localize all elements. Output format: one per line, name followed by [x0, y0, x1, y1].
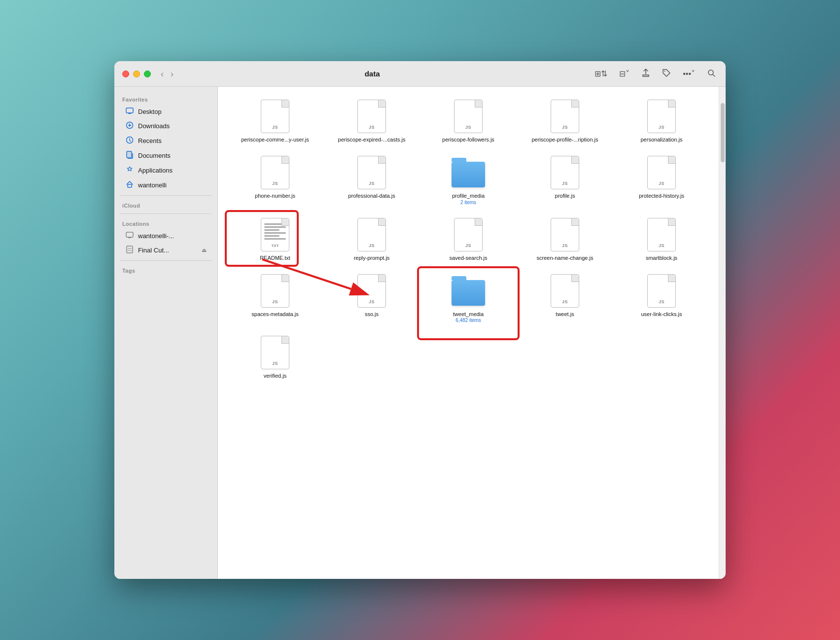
- desktop-icon: [125, 107, 134, 116]
- disk-icon: [125, 246, 134, 255]
- traffic-lights: [122, 71, 151, 77]
- svg-line-2: [713, 74, 715, 76]
- svg-point-0: [665, 71, 665, 71]
- computer-icon: [125, 232, 134, 240]
- list-item[interactable]: JS phone-number.js: [228, 151, 322, 209]
- list-item[interactable]: JS periscope-comme...y-user.js: [228, 95, 322, 147]
- favorites-label: Favorites: [114, 93, 217, 105]
- sidebar-item-wantonelli-loc[interactable]: wantonelli-...: [117, 229, 214, 243]
- main-content: Favorites Desktop Downloads Recents: [114, 87, 726, 579]
- svg-rect-3: [126, 108, 133, 113]
- svg-rect-8: [127, 151, 132, 158]
- list-item[interactable]: JS personalization.js: [614, 95, 709, 147]
- list-item[interactable]: JS verified.js: [228, 331, 322, 383]
- svg-rect-4: [128, 113, 131, 114]
- file-row-5: JS verified.js: [228, 331, 709, 383]
- sidebar-divider-icloud: [120, 195, 211, 196]
- sidebar-item-desktop[interactable]: Desktop: [117, 105, 214, 118]
- maximize-button[interactable]: [144, 71, 151, 77]
- file-row-3: TXT README.txt JS reply-prompt.js JS: [228, 213, 709, 265]
- view-grid-icon[interactable]: ⊞⇅: [593, 67, 609, 80]
- scrollbar[interactable]: [719, 87, 726, 579]
- forward-button[interactable]: ›: [169, 69, 175, 79]
- titlebar: ‹ › data ⊞⇅ ⊟˅ •••˅: [114, 61, 726, 87]
- search-icon[interactable]: [705, 67, 718, 81]
- list-item[interactable]: JS periscope-followers.js: [421, 95, 516, 147]
- documents-icon: [125, 151, 134, 160]
- home-icon: [125, 180, 134, 190]
- finder-window: ‹ › data ⊞⇅ ⊟˅ •••˅: [114, 61, 726, 579]
- toolbar-actions: ⊞⇅ ⊟˅ •••˅: [593, 67, 718, 81]
- list-item[interactable]: JS saved-search.js: [421, 213, 516, 265]
- svg-rect-9: [128, 184, 132, 187]
- minimize-button[interactable]: [133, 71, 140, 77]
- sidebar-divider-tags: [120, 260, 211, 261]
- list-item-tweet-media[interactable]: tweet_media 6,482 items: [421, 269, 516, 327]
- list-item[interactable]: JS protected-history.js: [614, 151, 709, 209]
- file-row-2: JS phone-number.js JS professional-data.…: [228, 151, 709, 209]
- locations-label: Locations: [114, 217, 217, 229]
- recents-icon: [125, 136, 134, 145]
- sidebar-item-recents[interactable]: Recents: [117, 134, 214, 148]
- list-item[interactable]: JS smartblock.js: [614, 213, 709, 265]
- nav-buttons: ‹ ›: [159, 69, 175, 79]
- sidebar-item-documents[interactable]: Documents: [117, 148, 214, 163]
- list-item-readme[interactable]: TXT README.txt: [228, 213, 322, 265]
- file-area-inner: JS periscope-comme...y-user.js JS perisc…: [228, 95, 709, 383]
- svg-rect-12: [127, 246, 133, 253]
- list-item[interactable]: JS professional-data.js: [324, 151, 419, 209]
- sidebar-item-label: Downloads: [138, 122, 170, 130]
- eject-icon[interactable]: ⏏: [202, 247, 207, 253]
- list-item[interactable]: profile_media 2 items: [421, 151, 516, 209]
- sidebar-item-wantonelli[interactable]: wantonelli: [117, 178, 214, 192]
- view-options-icon[interactable]: ⊟˅: [617, 67, 631, 80]
- list-item[interactable]: JS periscope-expired-...casts.js: [324, 95, 419, 147]
- list-item[interactable]: JS tweet.js: [518, 269, 612, 327]
- icloud-label: iCloud: [114, 199, 217, 211]
- sidebar-item-label: wantonelli: [138, 181, 167, 189]
- sidebar-item-applications[interactable]: Applications: [117, 163, 214, 178]
- sidebar-item-label: Documents: [138, 152, 171, 159]
- list-item[interactable]: JS periscope-profile-...ription.js: [518, 95, 612, 147]
- more-icon[interactable]: •••˅: [681, 67, 697, 80]
- back-button[interactable]: ‹: [159, 69, 166, 79]
- tags-label: Tags: [114, 264, 217, 276]
- close-button[interactable]: [122, 71, 129, 77]
- list-item[interactable]: JS screen-name-change.js: [518, 213, 612, 265]
- sidebar-item-label: Final Cut...: [138, 247, 169, 254]
- applications-icon: [125, 166, 134, 175]
- list-item[interactable]: JS user-link-clicks.js: [614, 269, 709, 327]
- sidebar-item-finalcut[interactable]: Final Cut... ⏏: [117, 243, 214, 257]
- sidebar-item-label: Applications: [138, 167, 173, 174]
- svg-rect-10: [126, 232, 133, 237]
- share-icon[interactable]: [639, 67, 652, 81]
- sidebar-item-label: Recents: [138, 137, 162, 144]
- file-area: JS periscope-comme...y-user.js JS perisc…: [218, 87, 719, 579]
- sidebar-item-downloads[interactable]: Downloads: [117, 119, 214, 133]
- window-title: data: [181, 70, 563, 78]
- sidebar-item-label: Desktop: [138, 108, 162, 115]
- sidebar-divider-locations: [120, 213, 211, 214]
- downloads-icon: [125, 121, 134, 131]
- list-item[interactable]: JS reply-prompt.js: [324, 213, 419, 265]
- svg-rect-11: [128, 237, 131, 238]
- file-row-top: JS periscope-comme...y-user.js JS perisc…: [228, 95, 709, 147]
- list-item[interactable]: JS profile.js: [518, 151, 612, 209]
- sidebar-item-label: wantonelli-...: [138, 232, 174, 240]
- sidebar: Favorites Desktop Downloads Recents: [114, 87, 218, 579]
- scrollbar-thumb[interactable]: [721, 103, 725, 162]
- tag-icon[interactable]: [660, 67, 673, 81]
